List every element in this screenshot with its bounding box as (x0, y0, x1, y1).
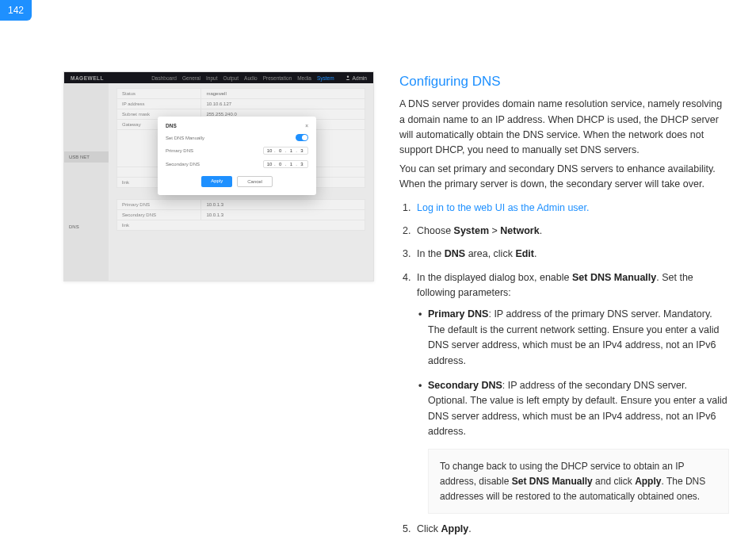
set-dns-manually-label: Set DNS Manually (166, 136, 204, 140)
secondary-dns-label: Secondary DNS (166, 162, 200, 167)
note-box: To change back to using the DHCP service… (428, 449, 729, 514)
step-1: Log in to the web UI as the Admin user. (414, 201, 729, 216)
brand-logo: MAGEWELL (71, 75, 104, 81)
nav-presentation[interactable]: Presentation (263, 75, 292, 81)
dialog-title: DNS (166, 123, 177, 128)
article: Configuring DNS A DNS server provides do… (399, 71, 729, 536)
admin-menu[interactable]: Admin (346, 75, 367, 81)
page-number-tab: 142 (0, 0, 32, 21)
apply-button[interactable]: Apply (201, 176, 232, 187)
intro-paragraph-2: You can set primary and secondary DNS se… (399, 162, 729, 193)
screenshot-preview: MAGEWELL Dashboard General Input Output … (63, 71, 374, 281)
cancel-button[interactable]: Cancel (237, 176, 273, 187)
nav-general[interactable]: General (182, 75, 200, 81)
nav-dashboard[interactable]: Dashboard (151, 75, 177, 81)
nav-output[interactable]: Output (223, 75, 239, 81)
close-icon[interactable]: × (305, 123, 308, 128)
nav-audio[interactable]: Audio (244, 75, 258, 81)
sub-primary-dns: Primary DNS: IP address of the primary D… (428, 307, 729, 369)
sidebar-usb-net[interactable]: USB NET (64, 151, 109, 163)
secondary-dns-input[interactable]: 10. 0. 1. 3 (263, 160, 308, 168)
step-3: In the DNS area, click Edit. (414, 247, 729, 262)
svg-point-0 (346, 76, 348, 78)
sidebar-dns[interactable]: DNS (64, 221, 109, 232)
dns-link-row[interactable]: link (117, 220, 365, 231)
step-2: Choose System > Network. (414, 224, 729, 239)
nav-input[interactable]: Input (206, 75, 217, 81)
nav-media[interactable]: Media (297, 75, 311, 81)
primary-dns-input[interactable]: 10. 0. 1. 3 (263, 147, 308, 155)
step-5: Click Apply. (414, 522, 729, 536)
dns-dialog: DNS × Set DNS Manually Primary DNS 10. 0… (158, 117, 316, 195)
nav-system[interactable]: System (317, 75, 334, 81)
sub-secondary-dns: Secondary DNS: IP address of the seconda… (428, 378, 729, 440)
set-dns-manually-toggle[interactable] (296, 134, 308, 141)
primary-dns-label: Primary DNS (166, 148, 193, 153)
step-4: In the displayed dialog box, enable Set … (414, 270, 729, 515)
dns-table: Primary DNS10.0.1.3 Secondary DNS10.0.1.… (116, 199, 365, 231)
top-nav: Dashboard General Input Output Audio Pre… (151, 75, 334, 81)
admin-login-link[interactable]: Log in to the web UI as the Admin user. (417, 202, 590, 213)
article-title: Configuring DNS (399, 71, 729, 92)
user-icon (346, 75, 350, 80)
intro-paragraph-1: A DNS server provides domain name resolu… (399, 97, 729, 159)
admin-label: Admin (353, 75, 367, 81)
